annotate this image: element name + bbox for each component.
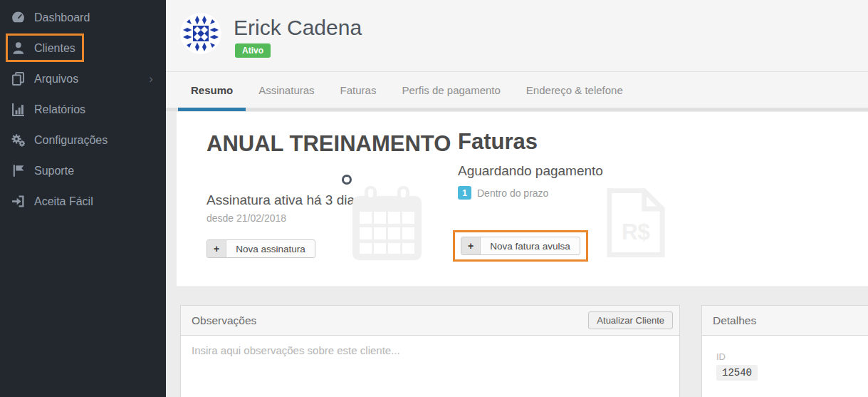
details-id-label: ID [716,351,868,362]
sidebar-item-label: Arquivos [34,73,78,86]
observations-panel-header: Observações Atualizar Cliente [181,306,679,336]
sidebar-item-configuracoes[interactable]: Configurações [0,125,166,155]
tab-bar: Resumo Assinaturas Faturas Perfis de pag… [166,72,868,111]
flag-icon [11,164,25,177]
count-badge-label: Dentro do prazo [477,187,548,199]
subscription-plan-name: ANUAL TREINAMENTO [206,129,452,159]
new-invoice-button-label: Nova fatura avulsa [481,237,580,254]
bar-chart-icon [11,103,25,116]
observations-panel: Observações Atualizar Cliente [180,305,680,397]
plus-icon: + [207,240,226,257]
main-content: Erick Cadena Ativo Resumo Assinaturas Fa… [166,0,868,397]
details-title: Detalhes [713,314,756,327]
sidebar-item-label: Suporte [34,165,74,177]
sidebar-item-label: Relatórios [34,103,85,116]
page-title-client-name: Erick Cadena [234,16,362,40]
user-icon [11,41,25,55]
invoices-subtitle: Aguardando pagamento [458,163,603,179]
sidebar-item-clientes[interactable]: Clientes [0,33,166,63]
status-badge-ativo: Ativo [235,43,271,58]
tab-assinaturas[interactable]: Assinaturas [246,72,327,108]
observations-title: Observações [192,314,256,327]
sidebar-item-label: Configurações [34,134,108,147]
sign-in-icon [11,195,25,208]
invoice-document-icon: R$ [605,187,666,261]
invoices-title: Faturas [458,129,538,155]
details-id-value: 12540 [716,365,758,381]
invoices-within-deadline-row: 1 Dentro do prazo [458,186,548,200]
tab-faturas[interactable]: Faturas [328,72,389,108]
tab-resumo[interactable]: Resumo [178,72,246,108]
avatar [180,13,221,54]
chevron-right-icon: › [149,73,153,85]
sidebar-nav: Dashboard Clientes Arquivos › Relatórios [0,0,166,217]
observations-textarea[interactable] [181,336,679,397]
sidebar-item-label: Clientes [34,42,75,55]
sidebar-item-relatorios[interactable]: Relatórios [0,94,166,125]
sidebar-item-aceita-facil[interactable]: Aceita Fácil [0,186,166,217]
details-panel-header: Detalhes [702,306,868,336]
count-badge: 1 [458,186,471,200]
sidebar-item-dashboard[interactable]: Dashboard [0,2,166,33]
sidebar-item-label: Aceita Fácil [34,195,93,208]
sidebar: Dashboard Clientes Arquivos › Relatórios [0,0,166,397]
tab-endereco-telefone[interactable]: Endereço & telefone [513,72,636,108]
update-client-button[interactable]: Atualizar Cliente [588,311,673,329]
sidebar-item-arquivos[interactable]: Arquivos › [0,63,166,94]
subscription-since-line: desde 21/02/2018 [206,212,286,224]
sidebar-item-label: Dashboard [34,11,90,24]
calendar-icon [352,186,422,263]
client-header: Erick Cadena Ativo [166,0,868,72]
files-icon [11,72,25,86]
doc-icon-text: R$ [622,220,650,244]
gears-icon [11,133,25,147]
new-subscription-button-label: Nova assinatura [226,240,315,257]
new-invoice-button[interactable]: + Nova fatura avulsa [461,237,580,255]
sidebar-item-suporte[interactable]: Suporte [0,155,166,186]
gauge-icon [11,11,25,24]
status-ring-icon [342,175,352,185]
details-panel: Detalhes ID 12540 [701,305,868,397]
tab-perfis-de-pagamento[interactable]: Perfis de pagamento [389,72,513,108]
plus-icon: + [461,237,481,254]
details-body: ID 12540 [702,336,868,396]
new-subscription-button[interactable]: + Nova assinatura [206,239,315,258]
annotation-box-nova-fatura: + Nova fatura avulsa [453,230,588,262]
resumo-tab-panel: ANUAL TREINAMENTO Assinatura ativa há 3 … [177,112,868,287]
subscription-status-line: Assinatura ativa há 3 dias [206,192,362,208]
